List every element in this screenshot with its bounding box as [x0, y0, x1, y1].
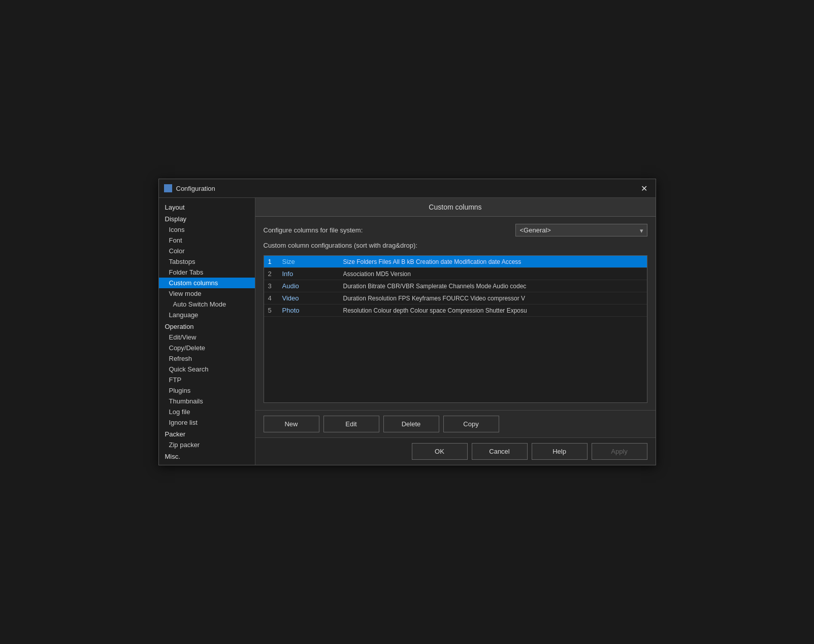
configure-row: Configure columns for file system: <Gene… [264, 224, 647, 236]
row-name: Video [282, 294, 343, 302]
edit-button[interactable]: Edit [323, 416, 379, 432]
columns-table: 1SizeSize Folders Files All B kB Creatio… [264, 255, 647, 403]
table-row[interactable]: 5PhotoResolution Colour depth Colour spa… [264, 304, 647, 317]
row-fields: Duration Resolution FPS Keyframes FOURCC… [343, 295, 643, 302]
sidebar-item-operation[interactable]: Operation [159, 320, 255, 332]
configuration-window: Configuration ✕ LayoutDisplayIconsFontCo… [158, 179, 656, 465]
footer-buttons: OK Cancel Help Apply [255, 437, 656, 465]
panel-body: Configure columns for file system: <Gene… [255, 217, 656, 410]
row-fields: Association MD5 Version [343, 270, 643, 278]
sidebar-item-tabstops[interactable]: Tabstops [159, 256, 255, 267]
apply-button[interactable]: Apply [592, 443, 647, 460]
close-button[interactable]: ✕ [638, 182, 650, 194]
svg-rect-1 [169, 185, 172, 188]
row-name: Size [282, 258, 343, 265]
sidebar-item-edit-view[interactable]: Edit/View [159, 332, 255, 343]
copy-button[interactable]: Copy [443, 416, 499, 432]
sidebar-item-layout[interactable]: Layout [159, 201, 255, 213]
table-row[interactable]: 4VideoDuration Resolution FPS Keyframes … [264, 292, 647, 304]
sidebar-item-color[interactable]: Color [159, 246, 255, 256]
sidebar-item-language[interactable]: Language [159, 310, 255, 320]
bottom-buttons: New Edit Delete Copy [255, 410, 656, 437]
sidebar-item-custom-columns[interactable]: Custom columns [159, 278, 255, 288]
row-number: 3 [268, 282, 282, 290]
row-fields: Duration Bitrate CBR/VBR Samplerate Chan… [343, 283, 643, 290]
table-row[interactable]: 1SizeSize Folders Files All B kB Creatio… [264, 256, 647, 268]
sidebar-item-copy-delete[interactable]: Copy/Delete [159, 343, 255, 353]
sidebar-item-thumbnails[interactable]: Thumbnails [159, 396, 255, 406]
svg-rect-2 [165, 189, 168, 192]
sidebar-item-auto-switch-mode[interactable]: Auto Switch Mode [159, 299, 255, 310]
cancel-button[interactable]: Cancel [472, 443, 528, 460]
help-button[interactable]: Help [532, 443, 588, 460]
sidebar-item-misc[interactable]: Misc. [159, 450, 255, 462]
row-number: 2 [268, 270, 282, 278]
row-name: Info [282, 270, 343, 278]
ok-button[interactable]: OK [412, 443, 468, 460]
sidebar-item-zip-packer[interactable]: Zip packer [159, 439, 255, 450]
sidebar-item-quick-search[interactable]: Quick Search [159, 364, 255, 375]
config-description: Custom column configurations (sort with … [264, 242, 647, 249]
svg-rect-0 [165, 185, 168, 188]
sidebar-item-ignore-list[interactable]: Ignore list [159, 417, 255, 428]
title-bar: Configuration ✕ [159, 179, 656, 198]
row-fields: Size Folders Files All B kB Creation dat… [343, 258, 643, 265]
sidebar-item-icons[interactable]: Icons [159, 224, 255, 235]
main-panel: Custom columns Configure columns for fil… [255, 198, 656, 465]
sidebar-item-folder-tabs[interactable]: Folder Tabs [159, 267, 255, 278]
row-number: 5 [268, 307, 282, 314]
sidebar: LayoutDisplayIconsFontColorTabstopsFolde… [159, 198, 255, 465]
sidebar-item-display[interactable]: Display [159, 213, 255, 224]
filesystem-dropdown-wrapper: <General> ▾ [515, 224, 647, 236]
window-title: Configuration [176, 185, 634, 192]
sidebar-item-log-file[interactable]: Log file [159, 406, 255, 417]
sidebar-item-packer[interactable]: Packer [159, 428, 255, 439]
row-number: 4 [268, 294, 282, 302]
window-icon [164, 184, 172, 192]
new-button[interactable]: New [264, 416, 319, 432]
content-area: LayoutDisplayIconsFontColorTabstopsFolde… [159, 198, 656, 465]
sidebar-item-ftp[interactable]: FTP [159, 375, 255, 385]
svg-rect-3 [169, 189, 172, 192]
delete-button[interactable]: Delete [383, 416, 439, 432]
sidebar-item-refresh[interactable]: Refresh [159, 353, 255, 364]
row-name: Audio [282, 282, 343, 290]
table-row[interactable]: 2InfoAssociation MD5 Version [264, 268, 647, 280]
row-number: 1 [268, 258, 282, 265]
sidebar-item-font[interactable]: Font [159, 235, 255, 246]
row-name: Photo [282, 307, 343, 314]
sidebar-item-plugins[interactable]: Plugins [159, 385, 255, 396]
sidebar-item-view-mode[interactable]: View mode [159, 288, 255, 299]
row-fields: Resolution Colour depth Colour space Com… [343, 307, 643, 314]
table-row[interactable]: 3AudioDuration Bitrate CBR/VBR Samplerat… [264, 280, 647, 292]
filesystem-dropdown[interactable]: <General> [515, 224, 647, 236]
panel-header: Custom columns [255, 198, 656, 217]
configure-label: Configure columns for file system: [264, 226, 363, 234]
